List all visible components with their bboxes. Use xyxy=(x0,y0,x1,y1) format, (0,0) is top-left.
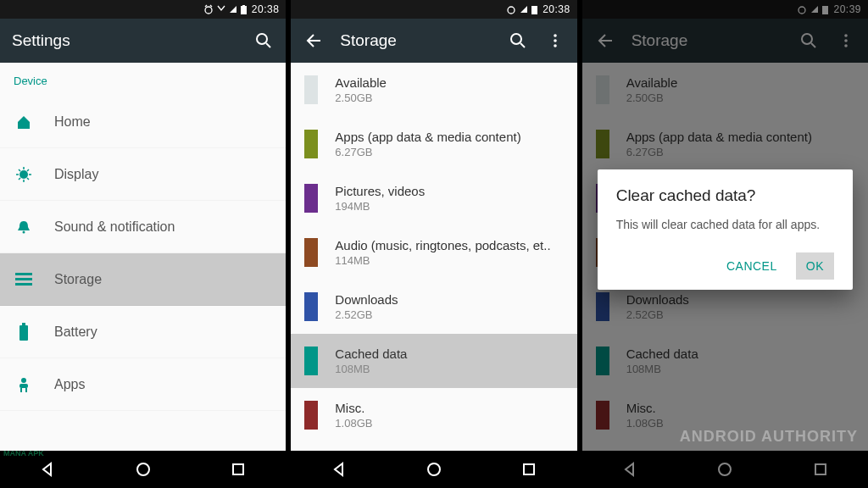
svg-point-25 xyxy=(428,463,440,475)
storage-row-available[interactable]: Available2.50GB xyxy=(291,63,576,117)
battery-icon xyxy=(531,5,537,14)
row-sub: 2.50GB xyxy=(335,92,387,104)
storage-row-downloads[interactable]: Downloads2.52GB xyxy=(291,280,576,334)
pane-settings: 20:38 Settings Device Home Display Sound… xyxy=(0,0,286,488)
row-label: Pictures, videos xyxy=(335,184,425,198)
row-sub: 114MB xyxy=(335,254,550,267)
settings-item-label: Display xyxy=(54,167,98,182)
row-label: Misc. xyxy=(335,401,372,415)
storage-icon xyxy=(12,272,36,287)
nav-bar xyxy=(0,451,286,488)
row-label: Audio (music, ringtones, podcasts, et.. xyxy=(335,238,550,252)
settings-item-label: Battery xyxy=(54,324,97,340)
status-icons xyxy=(506,4,537,14)
svg-rect-11 xyxy=(22,323,25,325)
nav-back-icon[interactable] xyxy=(331,461,348,478)
row-label: Downloads xyxy=(335,292,398,307)
brand-watermark: ANDROID AUTHORITY xyxy=(680,428,858,446)
storage-appbar: Storage xyxy=(291,19,576,63)
settings-item-storage[interactable]: Storage xyxy=(0,253,286,306)
swatch xyxy=(304,130,318,158)
settings-item-apps[interactable]: Apps xyxy=(0,358,286,411)
nav-back-icon[interactable] xyxy=(39,461,56,478)
search-icon[interactable] xyxy=(508,30,528,51)
storage-row-misc[interactable]: Misc.1.08GB xyxy=(291,388,576,442)
clear-cache-dialog: Clear cached data? This will clear cache… xyxy=(598,169,853,290)
svg-point-16 xyxy=(137,463,149,475)
section-header-device: Device xyxy=(0,63,286,96)
ok-button[interactable]: OK xyxy=(796,252,834,280)
bell-icon xyxy=(12,219,36,236)
display-icon xyxy=(12,166,36,183)
svg-rect-19 xyxy=(531,6,537,14)
svg-rect-10 xyxy=(19,325,28,341)
pane-storage: 20:38 Storage Available2.50GB Apps (app … xyxy=(291,0,576,488)
storage-row-audio[interactable]: Audio (music, ringtones, podcasts, et..1… xyxy=(291,225,576,280)
status-icons xyxy=(203,4,247,14)
row-label: Cached data xyxy=(335,347,407,361)
row-sub: 6.27GB xyxy=(335,146,520,158)
nav-recent-icon[interactable] xyxy=(520,461,537,478)
svg-line-4 xyxy=(266,43,270,47)
svg-point-5 xyxy=(19,170,28,179)
svg-point-20 xyxy=(511,34,521,44)
alarm-icon xyxy=(506,4,516,14)
dialog-title: Clear cached data? xyxy=(616,186,834,205)
settings-item-home[interactable]: Home xyxy=(0,96,286,148)
storage-row-apps[interactable]: Apps (app data & media content)6.27GB xyxy=(291,117,576,171)
svg-rect-17 xyxy=(233,464,243,474)
row-sub: 194MB xyxy=(335,200,425,213)
settings-item-label: Storage xyxy=(54,272,102,287)
battery-icon xyxy=(241,5,247,14)
storage-list: Available2.50GB Apps (app data & media c… xyxy=(291,63,576,451)
status-time: 20:38 xyxy=(542,3,570,15)
storage-row-cached[interactable]: Cached data108MB xyxy=(291,334,576,388)
swatch xyxy=(304,347,318,375)
settings-item-display[interactable]: Display xyxy=(0,148,286,201)
appbar-title: Storage xyxy=(340,31,397,50)
back-icon[interactable] xyxy=(303,30,323,51)
swatch xyxy=(304,184,318,213)
status-bar: 20:38 xyxy=(291,0,576,19)
pane-dialog: 20:39 Storage Available2.50GB Apps (app … xyxy=(582,0,868,488)
search-icon[interactable] xyxy=(253,30,274,51)
svg-rect-13 xyxy=(19,384,28,388)
signal-icon xyxy=(520,5,528,14)
svg-point-24 xyxy=(554,44,557,47)
settings-item-battery[interactable]: Battery xyxy=(0,306,286,358)
settings-item-label: Sound & notification xyxy=(54,219,175,235)
row-sub: 2.52GB xyxy=(335,308,398,321)
nav-recent-icon[interactable] xyxy=(230,461,247,478)
row-label: Apps (app data & media content) xyxy=(335,130,520,144)
svg-rect-7 xyxy=(15,273,32,275)
svg-point-22 xyxy=(554,34,557,37)
settings-item-label: Home xyxy=(54,114,91,130)
settings-item-sound[interactable]: Sound & notification xyxy=(0,201,286,253)
svg-rect-8 xyxy=(15,278,32,280)
storage-row-pictures[interactable]: Pictures, videos194MB xyxy=(291,171,576,225)
svg-rect-1 xyxy=(241,6,247,14)
nav-home-icon[interactable] xyxy=(135,461,152,478)
nav-home-icon[interactable] xyxy=(426,461,442,478)
settings-item-label: Apps xyxy=(54,377,85,392)
settings-appbar: Settings xyxy=(0,19,286,63)
swatch xyxy=(304,75,318,104)
cancel-button[interactable]: CANCEL xyxy=(716,252,787,280)
row-sub: 1.08GB xyxy=(335,417,372,430)
svg-line-21 xyxy=(520,43,525,47)
signal-down-icon xyxy=(217,5,225,14)
svg-point-23 xyxy=(554,39,557,42)
svg-point-3 xyxy=(257,34,267,44)
settings-list: Device Home Display Sound & notification… xyxy=(0,63,286,451)
home-icon xyxy=(12,114,36,130)
svg-rect-2 xyxy=(242,5,245,6)
row-sub: 108MB xyxy=(335,363,407,375)
svg-point-12 xyxy=(21,378,26,383)
apps-icon xyxy=(12,376,36,393)
alarm-icon xyxy=(203,4,214,14)
svg-rect-26 xyxy=(524,464,534,474)
status-bar: 20:38 xyxy=(0,0,286,19)
nav-bar xyxy=(291,451,576,488)
status-time: 20:38 xyxy=(252,3,280,15)
overflow-icon[interactable] xyxy=(545,30,565,51)
